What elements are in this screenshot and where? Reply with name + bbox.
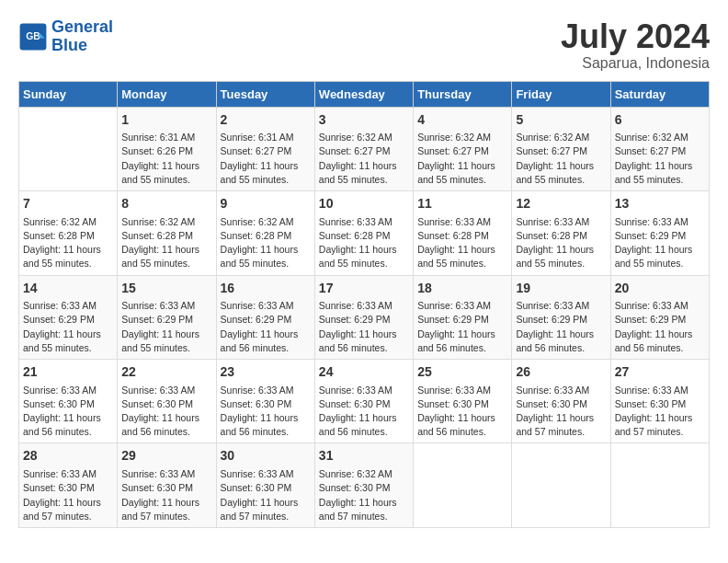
day-info: Sunrise: 6:33 AM Sunset: 6:30 PM Dayligh… <box>23 467 113 523</box>
weekday-header: Sunday <box>19 81 118 107</box>
location: Saparua, Indonesia <box>561 55 710 72</box>
calendar-cell: 11Sunrise: 6:33 AM Sunset: 6:28 PM Dayli… <box>414 191 512 275</box>
calendar-cell <box>19 107 118 190</box>
day-info: Sunrise: 6:33 AM Sunset: 6:29 PM Dayligh… <box>319 299 409 355</box>
logo-line1: General <box>51 17 113 36</box>
calendar-cell <box>414 443 512 527</box>
calendar-cell: 10Sunrise: 6:33 AM Sunset: 6:28 PM Dayli… <box>314 191 413 275</box>
day-number: 12 <box>516 195 606 213</box>
day-info: Sunrise: 6:32 AM Sunset: 6:28 PM Dayligh… <box>23 215 113 271</box>
day-number: 27 <box>615 363 705 382</box>
calendar-cell: 12Sunrise: 6:33 AM Sunset: 6:28 PM Dayli… <box>512 191 610 275</box>
day-number: 16 <box>221 280 311 298</box>
calendar-cell: 17Sunrise: 6:33 AM Sunset: 6:29 PM Dayli… <box>314 275 413 359</box>
calendar-cell: 31Sunrise: 6:32 AM Sunset: 6:30 PM Dayli… <box>314 443 413 527</box>
page-header: GB General Blue July 2024 Saparua, Indon… <box>18 18 710 72</box>
day-info: Sunrise: 6:33 AM Sunset: 6:30 PM Dayligh… <box>615 384 705 440</box>
day-number: 23 <box>221 363 311 382</box>
day-info: Sunrise: 6:32 AM Sunset: 6:28 PM Dayligh… <box>121 215 211 271</box>
calendar-cell: 25Sunrise: 6:33 AM Sunset: 6:30 PM Dayli… <box>414 360 512 443</box>
day-info: Sunrise: 6:33 AM Sunset: 6:30 PM Dayligh… <box>319 384 409 440</box>
calendar-cell: 21Sunrise: 6:33 AM Sunset: 6:30 PM Dayli… <box>19 360 118 443</box>
day-number: 21 <box>23 363 113 382</box>
day-info: Sunrise: 6:31 AM Sunset: 6:27 PM Dayligh… <box>221 131 311 187</box>
day-info: Sunrise: 6:33 AM Sunset: 6:30 PM Dayligh… <box>23 384 113 440</box>
day-number: 8 <box>121 195 211 213</box>
day-number: 17 <box>319 280 409 298</box>
calendar-cell: 16Sunrise: 6:33 AM Sunset: 6:29 PM Dayli… <box>216 275 314 359</box>
day-number: 26 <box>516 363 606 382</box>
day-info: Sunrise: 6:31 AM Sunset: 6:26 PM Dayligh… <box>121 131 211 187</box>
day-info: Sunrise: 6:33 AM Sunset: 6:30 PM Dayligh… <box>221 384 311 440</box>
calendar-cell: 20Sunrise: 6:33 AM Sunset: 6:29 PM Dayli… <box>610 275 709 359</box>
day-info: Sunrise: 6:33 AM Sunset: 6:28 PM Dayligh… <box>417 215 507 271</box>
calendar-cell: 8Sunrise: 6:32 AM Sunset: 6:28 PM Daylig… <box>118 191 216 275</box>
day-number: 19 <box>516 280 606 298</box>
weekday-header: Wednesday <box>314 81 413 107</box>
calendar-cell: 5Sunrise: 6:32 AM Sunset: 6:27 PM Daylig… <box>512 107 610 190</box>
calendar-cell: 3Sunrise: 6:32 AM Sunset: 6:27 PM Daylig… <box>314 107 413 190</box>
calendar-cell: 15Sunrise: 6:33 AM Sunset: 6:29 PM Dayli… <box>118 275 216 359</box>
day-info: Sunrise: 6:32 AM Sunset: 6:27 PM Dayligh… <box>615 131 705 187</box>
day-number: 25 <box>417 363 507 382</box>
weekday-header: Friday <box>512 81 610 107</box>
day-info: Sunrise: 6:33 AM Sunset: 6:29 PM Dayligh… <box>221 299 311 355</box>
day-number: 4 <box>417 111 507 130</box>
day-number: 1 <box>121 111 211 130</box>
day-number: 13 <box>615 195 705 213</box>
calendar-cell: 28Sunrise: 6:33 AM Sunset: 6:30 PM Dayli… <box>19 443 118 527</box>
calendar-week-row: 1Sunrise: 6:31 AM Sunset: 6:26 PM Daylig… <box>19 107 710 190</box>
calendar-cell: 23Sunrise: 6:33 AM Sunset: 6:30 PM Dayli… <box>216 360 314 443</box>
calendar-cell: 2Sunrise: 6:31 AM Sunset: 6:27 PM Daylig… <box>216 107 314 190</box>
day-info: Sunrise: 6:33 AM Sunset: 6:29 PM Dayligh… <box>516 299 606 355</box>
day-info: Sunrise: 6:32 AM Sunset: 6:30 PM Dayligh… <box>319 467 409 523</box>
svg-text:GB: GB <box>26 31 40 41</box>
day-number: 10 <box>319 195 409 213</box>
day-number: 29 <box>121 447 211 465</box>
logo: GB General Blue <box>18 18 113 55</box>
calendar-header-row: SundayMondayTuesdayWednesdayThursdayFrid… <box>19 81 710 107</box>
day-info: Sunrise: 6:33 AM Sunset: 6:29 PM Dayligh… <box>615 299 705 355</box>
calendar-week-row: 28Sunrise: 6:33 AM Sunset: 6:30 PM Dayli… <box>19 443 710 527</box>
calendar-cell: 27Sunrise: 6:33 AM Sunset: 6:30 PM Dayli… <box>610 360 709 443</box>
day-number: 7 <box>23 195 113 213</box>
day-number: 24 <box>319 363 409 382</box>
day-number: 11 <box>417 195 507 213</box>
day-info: Sunrise: 6:33 AM Sunset: 6:29 PM Dayligh… <box>121 299 211 355</box>
day-number: 28 <box>23 447 113 465</box>
calendar-week-row: 7Sunrise: 6:32 AM Sunset: 6:28 PM Daylig… <box>19 191 710 275</box>
logo-line2: Blue <box>51 36 87 54</box>
day-info: Sunrise: 6:33 AM Sunset: 6:29 PM Dayligh… <box>23 299 113 355</box>
day-number: 22 <box>121 363 211 382</box>
month-title: July 2024 <box>561 18 710 55</box>
calendar-cell: 7Sunrise: 6:32 AM Sunset: 6:28 PM Daylig… <box>19 191 118 275</box>
calendar-cell: 18Sunrise: 6:33 AM Sunset: 6:29 PM Dayli… <box>414 275 512 359</box>
day-info: Sunrise: 6:33 AM Sunset: 6:29 PM Dayligh… <box>615 215 705 271</box>
day-info: Sunrise: 6:32 AM Sunset: 6:27 PM Dayligh… <box>516 131 606 187</box>
calendar-cell: 14Sunrise: 6:33 AM Sunset: 6:29 PM Dayli… <box>19 275 118 359</box>
day-number: 30 <box>221 447 311 465</box>
calendar-cell: 4Sunrise: 6:32 AM Sunset: 6:27 PM Daylig… <box>414 107 512 190</box>
calendar-cell: 29Sunrise: 6:33 AM Sunset: 6:30 PM Dayli… <box>118 443 216 527</box>
calendar-cell: 9Sunrise: 6:32 AM Sunset: 6:28 PM Daylig… <box>216 191 314 275</box>
day-info: Sunrise: 6:33 AM Sunset: 6:30 PM Dayligh… <box>121 467 211 523</box>
day-info: Sunrise: 6:32 AM Sunset: 6:28 PM Dayligh… <box>221 215 311 271</box>
day-info: Sunrise: 6:32 AM Sunset: 6:27 PM Dayligh… <box>319 131 409 187</box>
calendar-cell: 26Sunrise: 6:33 AM Sunset: 6:30 PM Dayli… <box>512 360 610 443</box>
day-number: 20 <box>615 280 705 298</box>
day-number: 14 <box>23 280 113 298</box>
day-info: Sunrise: 6:32 AM Sunset: 6:27 PM Dayligh… <box>417 131 507 187</box>
calendar-cell: 30Sunrise: 6:33 AM Sunset: 6:30 PM Dayli… <box>216 443 314 527</box>
logo-text: General Blue <box>51 18 113 55</box>
calendar-cell: 13Sunrise: 6:33 AM Sunset: 6:29 PM Dayli… <box>610 191 709 275</box>
calendar-cell: 19Sunrise: 6:33 AM Sunset: 6:29 PM Dayli… <box>512 275 610 359</box>
day-info: Sunrise: 6:33 AM Sunset: 6:30 PM Dayligh… <box>221 467 311 523</box>
day-info: Sunrise: 6:33 AM Sunset: 6:29 PM Dayligh… <box>417 299 507 355</box>
calendar-cell <box>610 443 709 527</box>
day-number: 31 <box>319 447 409 465</box>
day-number: 18 <box>417 280 507 298</box>
calendar-cell <box>512 443 610 527</box>
calendar-week-row: 14Sunrise: 6:33 AM Sunset: 6:29 PM Dayli… <box>19 275 710 359</box>
day-info: Sunrise: 6:33 AM Sunset: 6:30 PM Dayligh… <box>121 384 211 440</box>
weekday-header: Tuesday <box>216 81 314 107</box>
